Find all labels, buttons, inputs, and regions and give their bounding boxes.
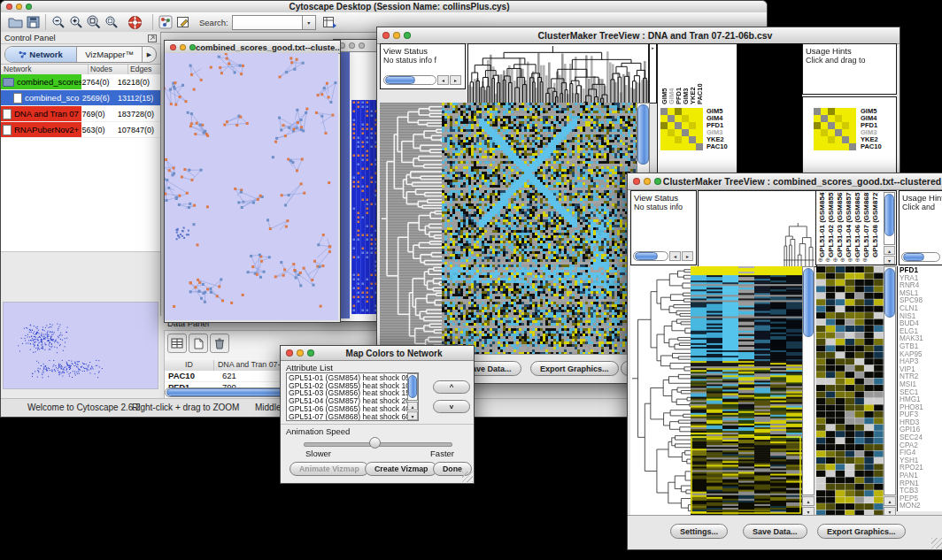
usage-hints-hscrollbar[interactable] xyxy=(901,252,940,262)
close-icon[interactable] xyxy=(633,178,640,185)
scrollbar-thumb[interactable] xyxy=(635,252,658,260)
network-row[interactable]: combined_scores_2764(0)16218(0) xyxy=(1,74,160,90)
zoom-window-icon[interactable] xyxy=(359,42,365,49)
create-vizmap-button[interactable]: Create Vizmap xyxy=(365,462,437,476)
scrollbar-thumb[interactable] xyxy=(803,268,814,337)
treeview-button[interactable]: Save Data... xyxy=(743,524,807,539)
data-column-id[interactable]: ID xyxy=(165,360,214,371)
matrix-column-label[interactable]: PFD1 xyxy=(675,46,682,104)
expression-heatmap-canvas[interactable] xyxy=(691,266,802,517)
scroll-up-icon[interactable]: ▴ xyxy=(884,246,895,255)
close-icon[interactable] xyxy=(382,32,390,39)
matrix-column-label[interactable]: GIM3 xyxy=(682,46,689,104)
zoom-window-icon[interactable] xyxy=(307,349,314,357)
animate-vizmap-button[interactable]: Animate Vizmap xyxy=(290,462,369,476)
matrix-column-label[interactable]: YKE2 xyxy=(689,46,696,104)
treeview1-titlebar[interactable]: ClusterMaker TreeView : DNA and Tran 07-… xyxy=(377,27,900,44)
matrix-column-label[interactable]: PAC10 xyxy=(696,46,703,104)
zoom-window-icon[interactable] xyxy=(404,32,411,39)
row-dendrogram-canvas[interactable] xyxy=(380,103,442,355)
column-labels-scrollbar[interactable]: ▴ ▾ xyxy=(884,192,895,265)
search-dropdown-button[interactable]: ▾ xyxy=(303,15,316,30)
zoom-in-icon[interactable] xyxy=(67,13,85,31)
view-status-hscrollbar[interactable]: ◂ ▸ xyxy=(383,75,461,85)
network-row[interactable]: combined_sco2569(6)13112(15) xyxy=(1,90,160,106)
expression-heatmap-canvas[interactable] xyxy=(442,103,637,355)
search-input[interactable] xyxy=(232,15,303,30)
column-label[interactable]: GPL51-03 (GSM856) xyxy=(836,192,845,257)
zoom-window-icon[interactable] xyxy=(189,44,196,50)
matrix-row-label[interactable]: PAC10 xyxy=(861,143,882,150)
column-label[interactable]: GPL51-02 (GSM855) xyxy=(827,192,836,257)
gene-label[interactable]: MON2 xyxy=(898,502,942,510)
network-view-icon[interactable] xyxy=(157,13,174,31)
close-icon[interactable] xyxy=(286,349,293,357)
zoom-selected-icon[interactable] xyxy=(103,13,120,31)
table-mode-icon[interactable] xyxy=(167,334,187,353)
minimize-icon[interactable] xyxy=(349,42,355,49)
scroll-up-icon[interactable]: ▴ xyxy=(407,402,418,410)
column-label[interactable]: GPL51-08 (GSM872) xyxy=(871,192,880,257)
speed-slider-thumb[interactable] xyxy=(369,437,381,449)
zoom-heatmap-canvas[interactable] xyxy=(816,266,884,517)
scrollbar-thumb[interactable] xyxy=(385,76,415,84)
column-label[interactable]: GPL51-04 (GSM857) xyxy=(845,192,853,257)
minimize-icon[interactable] xyxy=(180,44,186,50)
zoom-fit-icon[interactable] xyxy=(85,13,103,31)
annotation-icon[interactable] xyxy=(174,13,192,31)
matrix-row-label[interactable]: PAC10 xyxy=(706,143,728,150)
column-label[interactable]: GPL51-06 (GSM865) xyxy=(853,192,862,257)
window-controls[interactable] xyxy=(6,4,32,10)
main-titlebar[interactable]: Cytoscape Desktop (Session Name: collins… xyxy=(1,1,767,13)
minimize-icon[interactable] xyxy=(297,349,304,357)
column-label[interactable]: GPL51-01 (GSM854) xyxy=(818,192,827,257)
treeview2-titlebar[interactable]: ClusterMaker TreeView : combined_scores_… xyxy=(628,173,942,190)
minimize-icon[interactable] xyxy=(393,32,400,39)
network-row[interactable]: DNA and Tran 07769(0)183728(0) xyxy=(1,106,160,122)
zoom-out-icon[interactable] xyxy=(50,13,67,31)
column-label[interactable]: GPL51-07 (GSM868) xyxy=(862,192,871,257)
scrollbar-thumb[interactable] xyxy=(408,375,417,398)
scrollbar-thumb[interactable] xyxy=(884,194,894,236)
minimize-icon[interactable] xyxy=(644,178,651,185)
row-dendrogram-canvas[interactable] xyxy=(630,266,691,517)
zoom-vscrollbar[interactable]: ▴ ▾ xyxy=(884,266,896,517)
move-up-button[interactable]: ^ xyxy=(433,380,470,394)
scroll-up-icon[interactable]: ▴ xyxy=(802,496,815,506)
dendrogram-scroll-strip[interactable]: ▸ xyxy=(649,43,657,104)
zoom-window-icon[interactable] xyxy=(654,178,661,185)
scroll-left-icon[interactable]: ◂ xyxy=(669,251,681,261)
heatmap-vscrollbar[interactable]: ▴ ▾ xyxy=(802,266,815,517)
minimize-icon[interactable] xyxy=(16,4,22,10)
zoom-window-icon[interactable] xyxy=(26,4,32,10)
float-panel-icon[interactable] xyxy=(148,30,157,46)
import-table-icon[interactable] xyxy=(321,13,339,31)
delete-attribute-trash-icon[interactable] xyxy=(210,334,229,353)
scrollbar-thumb[interactable] xyxy=(637,104,649,165)
similarity-matrix[interactable] xyxy=(660,108,703,150)
scrollbar-thumb[interactable] xyxy=(903,253,924,261)
column-dendrogram-canvas[interactable] xyxy=(467,43,649,104)
help-lifering-icon[interactable] xyxy=(126,13,143,31)
open-file-icon[interactable] xyxy=(6,13,24,31)
scroll-up-icon[interactable]: ▴ xyxy=(884,496,896,506)
attribute-list-scrollbar[interactable]: ▴ ▾ xyxy=(407,373,418,420)
similarity-matrix[interactable] xyxy=(814,108,856,150)
close-icon[interactable] xyxy=(170,44,176,50)
scroll-down-icon[interactable]: ▾ xyxy=(407,411,418,420)
scroll-right-icon[interactable]: ▸ xyxy=(450,75,461,85)
scroll-left-icon[interactable]: ◂ xyxy=(437,75,449,85)
tab-overflow-arrow[interactable]: ▶ xyxy=(143,47,156,62)
tab-vizmapper[interactable]: VizMapper™ xyxy=(77,47,143,62)
attribute-item[interactable]: GPL51-07 (GSM868) heat shock 60 min xyxy=(287,413,407,420)
matrix-column-label[interactable]: GIM4 xyxy=(668,46,675,104)
treeview-button[interactable]: Settings... xyxy=(670,524,728,539)
gene-label-list[interactable]: PFD1YRA1RNR4MSL1SPC98CLN1NIS1BUD4ELG1MAK… xyxy=(897,266,942,511)
tab-network[interactable]: Network xyxy=(5,47,77,62)
treeview-button[interactable]: Export Graphics... xyxy=(817,524,906,539)
attribute-list[interactable]: GPL51-01 (GSM854) heat shock 05 minGPL51… xyxy=(287,373,407,420)
dialog-titlebar[interactable]: Map Colors to Network xyxy=(281,346,474,361)
save-icon[interactable] xyxy=(24,13,42,31)
column-dendrogram-canvas[interactable] xyxy=(698,190,817,267)
scrollbar-thumb[interactable] xyxy=(884,268,895,318)
